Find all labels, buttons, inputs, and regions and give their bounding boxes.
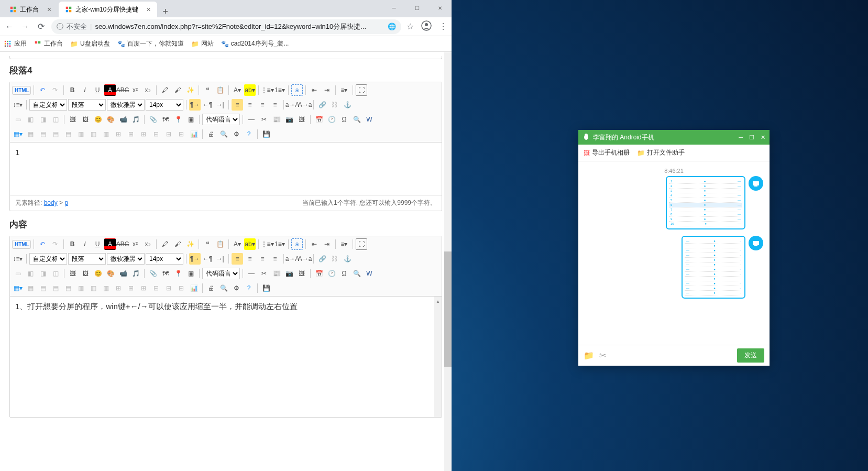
- fontcolor-icon[interactable]: A: [104, 84, 116, 96]
- wordimage-icon[interactable]: 🖼: [296, 268, 307, 279]
- print-icon[interactable]: 🖨: [205, 282, 217, 294]
- backcolor-icon[interactable]: ab▾: [244, 238, 256, 250]
- highlighter-icon[interactable]: 🖍: [159, 238, 171, 250]
- video-icon[interactable]: 📹: [117, 114, 129, 125]
- ol-icon[interactable]: 1≡▾: [274, 84, 285, 96]
- hr-icon[interactable]: —: [246, 268, 257, 279]
- indent-icon[interactable]: →|: [214, 253, 226, 265]
- close-icon[interactable]: ×: [147, 5, 151, 14]
- col-after-icon[interactable]: ▥: [87, 128, 99, 140]
- split-rows-icon[interactable]: ⊟: [163, 128, 174, 140]
- attachment-icon[interactable]: 📎: [147, 268, 159, 279]
- hr-icon[interactable]: —: [246, 114, 257, 125]
- row-after-icon[interactable]: ▤: [50, 282, 61, 294]
- drafts-icon[interactable]: ⚙: [230, 282, 242, 294]
- snapscreen-icon[interactable]: 📷: [283, 114, 295, 125]
- backcolor-icon[interactable]: ab▾: [244, 84, 256, 96]
- page-scrollbar[interactable]: [444, 52, 452, 471]
- anchor-icon[interactable]: ⚓: [342, 253, 353, 265]
- message-bubble[interactable]: 1●— 2●— 3●— 4●— 5●— 6●— 7●— 8●— 9●— 10●—: [666, 176, 745, 229]
- help-icon[interactable]: ?: [243, 282, 255, 294]
- pasteplain-icon[interactable]: 📋: [214, 84, 226, 96]
- image-center-icon[interactable]: ◫: [50, 114, 61, 125]
- lineheight-icon[interactable]: ↕≡▾: [12, 99, 24, 111]
- menu-icon[interactable]: ⋮: [439, 21, 447, 31]
- music-icon[interactable]: 🎵: [130, 114, 141, 125]
- brush-icon[interactable]: 🖌: [172, 84, 183, 96]
- chart-icon[interactable]: 📊: [188, 128, 200, 140]
- chat-body[interactable]: 8:46:21 1●— 2●— 3●— 4●— 5●— 6●— 7●— 8●— …: [578, 161, 770, 345]
- image-center-icon[interactable]: ◫: [50, 268, 61, 279]
- fontsize-select[interactable]: 14px: [146, 99, 183, 111]
- ul-icon[interactable]: ⋮≡▾: [261, 84, 273, 96]
- forecolor-icon[interactable]: A▾: [232, 238, 243, 250]
- italic-icon[interactable]: I: [79, 84, 91, 96]
- unlink-icon[interactable]: ⛓: [329, 99, 340, 111]
- col-before-icon[interactable]: ▥: [75, 282, 86, 294]
- avatar[interactable]: [749, 236, 763, 250]
- bookmark-item[interactable]: 📁网站: [191, 39, 214, 48]
- brush-icon[interactable]: 🖌: [172, 238, 183, 250]
- help-icon[interactable]: ?: [243, 128, 255, 140]
- codelang-select[interactable]: 代码语言: [202, 114, 240, 125]
- frame-icon[interactable]: ▣: [185, 114, 196, 125]
- align-right-icon[interactable]: ≡: [257, 99, 268, 111]
- multi-image-icon[interactable]: 🖼: [80, 114, 91, 125]
- merge-icon[interactable]: ⊞: [113, 282, 124, 294]
- open-file-helper-button[interactable]: 📁 打开文件助手: [637, 148, 685, 157]
- insert-image-icon[interactable]: 🖼: [67, 114, 79, 125]
- underline-icon[interactable]: U: [92, 84, 103, 96]
- pasteplain-icon[interactable]: 📋: [214, 238, 226, 250]
- heading-select[interactable]: 自定义标题: [29, 253, 67, 265]
- lowercase-icon[interactable]: A→a: [299, 99, 311, 111]
- close-icon[interactable]: ×: [47, 5, 51, 14]
- row-before-icon[interactable]: ▤: [37, 282, 49, 294]
- split-icon[interactable]: ⊟: [150, 282, 162, 294]
- merge-right-icon[interactable]: ⊞: [125, 282, 137, 294]
- redo-icon[interactable]: ↷: [49, 84, 61, 96]
- back-button[interactable]: ←: [4, 21, 15, 32]
- indent-right-icon[interactable]: ⇥: [321, 84, 333, 96]
- image-right-icon[interactable]: ◨: [37, 114, 49, 125]
- split-rows-icon[interactable]: ⊟: [163, 282, 174, 294]
- avatar[interactable]: [749, 176, 763, 191]
- subscript-icon[interactable]: x₂: [142, 84, 153, 96]
- scissors-icon[interactable]: ✂: [599, 350, 606, 360]
- url-input[interactable]: ⓘ 不安全 | seo.windows7en.com/index.php?r=s…: [51, 19, 401, 34]
- image-none-icon[interactable]: ▭: [12, 114, 24, 125]
- path-p[interactable]: p: [64, 199, 68, 206]
- chart-icon[interactable]: 📊: [188, 282, 200, 294]
- music-icon[interactable]: 🎵: [130, 268, 141, 279]
- spechars-icon[interactable]: Ω: [338, 268, 350, 279]
- row-after-icon[interactable]: ▤: [50, 128, 61, 140]
- row-before-icon[interactable]: ▤: [37, 128, 49, 140]
- fullscreen-icon[interactable]: ⛶: [356, 84, 367, 96]
- scrawl-icon[interactable]: 🎨: [105, 114, 116, 125]
- html-button[interactable]: HTML: [12, 240, 31, 249]
- align-center-icon[interactable]: ≡: [244, 253, 256, 265]
- ltr-icon[interactable]: ¶→: [189, 99, 201, 111]
- col-after-icon[interactable]: ▥: [87, 282, 99, 294]
- scrawl-icon[interactable]: 🎨: [105, 268, 116, 279]
- col-before-icon[interactable]: ▥: [75, 128, 86, 140]
- lowercase-icon[interactable]: A→a: [299, 253, 311, 265]
- image-left-icon[interactable]: ◧: [25, 268, 36, 279]
- table-icon[interactable]: ▦▾: [12, 282, 24, 294]
- autosave-icon[interactable]: 💾: [260, 282, 272, 294]
- row-del-icon[interactable]: ▤: [62, 282, 74, 294]
- align-icon[interactable]: ≡▾: [338, 238, 350, 250]
- paragraph-select[interactable]: 段落: [68, 253, 106, 265]
- date-icon[interactable]: 📅: [313, 268, 325, 279]
- frame-icon[interactable]: ▣: [185, 268, 196, 279]
- heading-select[interactable]: 自定义标题: [29, 99, 67, 111]
- emotion-icon[interactable]: 😊: [92, 114, 104, 125]
- forecolor-icon[interactable]: A▾: [232, 84, 243, 96]
- star-icon[interactable]: ☆: [406, 21, 414, 31]
- rtl-icon[interactable]: ←¶: [202, 253, 213, 265]
- folder-icon[interactable]: 📁: [584, 350, 594, 360]
- ol-icon[interactable]: 1≡▾: [274, 238, 285, 250]
- align-justify-icon[interactable]: ≡: [269, 99, 281, 111]
- uppercase-icon[interactable]: a→A: [287, 253, 298, 265]
- merge-icon[interactable]: ⊞: [113, 128, 124, 140]
- autosave-icon[interactable]: 💾: [260, 128, 272, 140]
